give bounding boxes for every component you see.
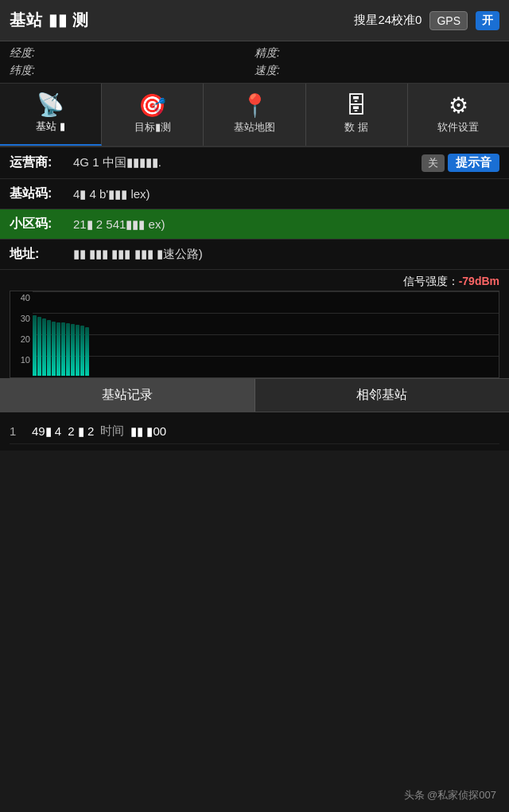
record-time-val: ▮▮ ▮00: [130, 424, 166, 439]
watermark: 头条 @私家侦探007: [404, 788, 497, 802]
app-header: 基站 ▮▮ 测 搜星24校准0 GPS 开: [0, 0, 509, 41]
longitude-label: 经度:: [10, 46, 254, 61]
grid-line-top: [33, 291, 499, 292]
alert-sound-badge[interactable]: 提示音: [448, 154, 499, 172]
main-content: 运营商: 4G 1 中国▮▮▮▮▮. 关 提示音 基站码: 4▮ 4 b'▮▮▮…: [0, 147, 509, 378]
chart-bar: [56, 322, 60, 377]
operator-row: 运营商: 4G 1 中国▮▮▮▮▮. 关 提示音: [0, 147, 509, 179]
data-icon: 🗄: [345, 95, 367, 117]
gps-status[interactable]: 开: [476, 11, 499, 30]
alert-off-badge[interactable]: 关: [422, 154, 445, 172]
gps-label: GPS: [429, 11, 468, 30]
precision-label: 精度:: [254, 46, 499, 61]
record-number: 1: [10, 424, 25, 438]
app-title: 基站 ▮▮ 测: [10, 10, 89, 31]
chart-bar: [71, 324, 75, 376]
chart-bar: [66, 323, 70, 376]
chart-bar: [61, 322, 65, 376]
chart-y-labels: 40 30 20 10: [10, 291, 33, 377]
gps-search-text: 搜星24校准0: [354, 13, 422, 28]
address-val: ▮▮ ▮▮▮ ▮▮▮ ▮▮▮ ▮速公路): [73, 247, 499, 262]
tab-data[interactable]: 🗄 数 据: [306, 84, 408, 146]
tab-neighbor-stations[interactable]: 相邻基站: [255, 379, 510, 412]
record-row: 1 49▮ 4 2 ▮ 2 时间 ▮▮ ▮00: [10, 419, 499, 444]
signal-section: 信号强度：-79dBm 40 30 20 10: [0, 270, 509, 378]
latitude-label: 纬度:: [10, 64, 254, 78]
map-icon: 📍: [241, 95, 269, 117]
operator-key: 运营商:: [10, 154, 73, 171]
chart-bars: [33, 291, 89, 377]
header-right: 搜星24校准0 GPS 开: [354, 11, 499, 30]
bottom-tabs: 基站记录 相邻基站: [0, 378, 509, 412]
address-row: 地址: ▮▮ ▮▮▮ ▮▮▮ ▮▮▮ ▮速公路): [0, 240, 509, 270]
chart-bar: [33, 315, 37, 377]
settings-icon: ⚙: [449, 95, 468, 117]
chart-bar: [47, 320, 51, 376]
grid-line-3: [33, 356, 499, 357]
tab-base-label: 基站 ▮: [36, 119, 65, 134]
record-val1: 49▮ 4: [32, 424, 61, 439]
chart-bar: [42, 318, 46, 376]
y-label-20: 20: [10, 334, 33, 344]
signal-chart: 40 30 20 10: [10, 291, 499, 378]
records-list: 1 49▮ 4 2 ▮ 2 时间 ▮▮ ▮00: [0, 412, 509, 451]
chart-bar: [85, 327, 89, 376]
tab-base[interactable]: 📡 基站 ▮: [0, 84, 102, 146]
record-time-label: 时间: [100, 424, 124, 439]
base-code-row: 基站码: 4▮ 4 b'▮▮▮ lex): [0, 179, 509, 209]
operator-val: 4G 1 中国▮▮▮▮▮.: [73, 155, 422, 170]
y-label-30: 30: [10, 314, 33, 323]
grid-line-1: [33, 313, 499, 314]
base-code-key: 基站码:: [10, 185, 73, 202]
chart-bar: [37, 317, 41, 376]
y-label-10: 10: [10, 355, 33, 365]
tab-map-label: 基站地图: [234, 120, 275, 135]
grid-line-2: [33, 334, 499, 335]
base-station-icon: 📡: [37, 94, 64, 116]
tab-map[interactable]: 📍 基站地图: [204, 84, 305, 146]
grid-line-bottom: [33, 377, 499, 378]
tab-data-label: 数 据: [344, 120, 368, 135]
chart-grid: [33, 291, 499, 377]
chart-bar: [76, 325, 80, 376]
gps-info-section: 经度: 精度: 纬度: 速度:: [0, 41, 509, 84]
record-val2: 2 ▮ 2: [68, 424, 94, 439]
nav-tabs: 📡 基站 ▮ 🎯 目标▮测 📍 基站地图 🗄 数 据 ⚙ 软件设置: [0, 84, 509, 147]
y-label-40: 40: [10, 293, 33, 303]
cell-code-key: 小区码:: [10, 216, 73, 232]
base-code-val: 4▮ 4 b'▮▮▮ lex): [73, 187, 499, 201]
chart-bar: [80, 326, 84, 376]
speed-label: 速度:: [254, 64, 499, 78]
signal-value: -79dBm: [459, 275, 499, 287]
tab-target-label: 目标▮测: [134, 120, 171, 135]
chart-bar: [52, 322, 56, 376]
target-icon: 🎯: [138, 95, 166, 117]
tab-settings-label: 软件设置: [437, 120, 479, 135]
cell-code-val: 21▮ 2 541▮▮▮ ex): [73, 217, 499, 232]
signal-label: 信号强度：-79dBm: [10, 273, 499, 291]
address-key: 地址:: [10, 246, 73, 263]
cell-code-row: 小区码: 21▮ 2 541▮▮▮ ex): [0, 209, 509, 240]
tab-base-records[interactable]: 基站记录: [0, 379, 254, 412]
tab-settings[interactable]: ⚙ 软件设置: [408, 84, 509, 146]
tab-target[interactable]: 🎯 目标▮测: [102, 84, 204, 146]
